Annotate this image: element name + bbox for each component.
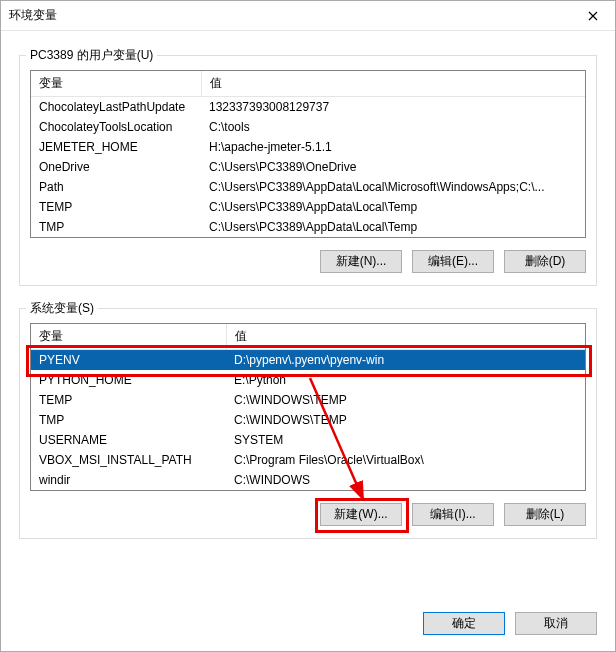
dialog-content: PC3389 的用户变量(U) 变量 值 ChocolateyLastPathU… [1, 31, 615, 551]
window-title: 环境变量 [9, 7, 57, 24]
var-value-cell: C:\Users\PC3389\AppData\Local\Microsoft\… [201, 177, 585, 197]
var-value-cell: H:\apache-jmeter-5.1.1 [201, 137, 585, 157]
sys-edit-button[interactable]: 编辑(I)... [412, 503, 494, 526]
user-vars-table-wrap: 变量 值 ChocolateyLastPathUpdate13233739300… [30, 70, 586, 238]
var-name-cell: TMP [31, 217, 201, 237]
var-name-cell: Path [31, 177, 201, 197]
cancel-button[interactable]: 取消 [515, 612, 597, 635]
table-row[interactable]: USERNAMESYSTEM [31, 430, 585, 450]
var-value-cell: D:\pypenv\.pyenv\pyenv-win [226, 350, 585, 371]
user-delete-button[interactable]: 删除(D) [504, 250, 586, 273]
sys-col-name[interactable]: 变量 [31, 324, 226, 350]
user-vars-group-label: PC3389 的用户变量(U) [26, 47, 157, 64]
sys-vars-table-wrap: 变量 值 PYENVD:\pypenv\.pyenv\pyenv-winPYTH… [30, 323, 586, 491]
var-name-cell: JEMETER_HOME [31, 137, 201, 157]
table-row[interactable]: ChocolateyLastPathUpdate1323373930081297… [31, 97, 585, 118]
titlebar: 环境变量 [1, 1, 615, 31]
sys-col-value[interactable]: 值 [226, 324, 585, 350]
var-name-cell: OneDrive [31, 157, 201, 177]
var-name-cell: ChocolateyLastPathUpdate [31, 97, 201, 118]
table-row[interactable]: windirC:\WINDOWS [31, 470, 585, 490]
user-vars-group: PC3389 的用户变量(U) 变量 值 ChocolateyLastPathU… [19, 55, 597, 286]
table-row[interactable]: TEMPC:\WINDOWS\TEMP [31, 390, 585, 410]
user-edit-button[interactable]: 编辑(E)... [412, 250, 494, 273]
table-row[interactable]: ChocolateyToolsLocationC:\tools [31, 117, 585, 137]
var-value-cell: SYSTEM [226, 430, 585, 450]
table-row[interactable]: TMPC:\Users\PC3389\AppData\Local\Temp [31, 217, 585, 237]
sys-vars-table[interactable]: 变量 值 PYENVD:\pypenv\.pyenv\pyenv-winPYTH… [31, 324, 585, 490]
var-value-cell: C:\tools [201, 117, 585, 137]
var-value-cell: C:\WINDOWS\TEMP [226, 390, 585, 410]
dialog-footer: 确定 取消 [423, 612, 597, 635]
table-row[interactable]: OneDriveC:\Users\PC3389\OneDrive [31, 157, 585, 177]
env-vars-dialog: 环境变量 PC3389 的用户变量(U) 变量 值 ChocolateyLast… [0, 0, 616, 652]
table-row[interactable]: TMPC:\WINDOWS\TEMP [31, 410, 585, 430]
user-col-name[interactable]: 变量 [31, 71, 201, 97]
var-name-cell: USERNAME [31, 430, 226, 450]
table-row[interactable]: PathC:\Users\PC3389\AppData\Local\Micros… [31, 177, 585, 197]
table-row[interactable]: PYTHON_HOMEE:\Python [31, 370, 585, 390]
var-name-cell: TEMP [31, 197, 201, 217]
user-col-value[interactable]: 值 [201, 71, 585, 97]
var-value-cell: C:\Program Files\Oracle\VirtualBox\ [226, 450, 585, 470]
ok-button[interactable]: 确定 [423, 612, 505, 635]
var-name-cell: TMP [31, 410, 226, 430]
table-row[interactable]: PYENVD:\pypenv\.pyenv\pyenv-win [31, 350, 585, 371]
sys-vars-group-label: 系统变量(S) [26, 300, 98, 317]
var-name-cell: ChocolateyToolsLocation [31, 117, 201, 137]
var-value-cell: C:\WINDOWS [226, 470, 585, 490]
var-value-cell: C:\Users\PC3389\OneDrive [201, 157, 585, 177]
var-name-cell: PYENV [31, 350, 226, 371]
table-row[interactable]: TEMPC:\Users\PC3389\AppData\Local\Temp [31, 197, 585, 217]
var-value-cell: C:\Users\PC3389\AppData\Local\Temp [201, 197, 585, 217]
user-vars-buttons: 新建(N)... 编辑(E)... 删除(D) [30, 250, 586, 273]
var-name-cell: VBOX_MSI_INSTALL_PATH [31, 450, 226, 470]
close-icon[interactable] [570, 1, 615, 31]
var-value-cell: E:\Python [226, 370, 585, 390]
var-name-cell: PYTHON_HOME [31, 370, 226, 390]
sys-delete-button[interactable]: 删除(L) [504, 503, 586, 526]
table-row[interactable]: VBOX_MSI_INSTALL_PATHC:\Program Files\Or… [31, 450, 585, 470]
var-name-cell: TEMP [31, 390, 226, 410]
var-name-cell: windir [31, 470, 226, 490]
table-row[interactable]: JEMETER_HOMEH:\apache-jmeter-5.1.1 [31, 137, 585, 157]
var-value-cell: C:\WINDOWS\TEMP [226, 410, 585, 430]
sys-vars-group: 系统变量(S) 变量 值 PYENVD:\pypenv\.pyenv\pyenv… [19, 308, 597, 539]
sys-vars-buttons: 新建(W)... 编辑(I)... 删除(L) [30, 503, 586, 526]
sys-new-button[interactable]: 新建(W)... [320, 503, 402, 526]
user-vars-table[interactable]: 变量 值 ChocolateyLastPathUpdate13233739300… [31, 71, 585, 237]
var-value-cell: 132337393008129737 [201, 97, 585, 118]
var-value-cell: C:\Users\PC3389\AppData\Local\Temp [201, 217, 585, 237]
user-new-button[interactable]: 新建(N)... [320, 250, 402, 273]
